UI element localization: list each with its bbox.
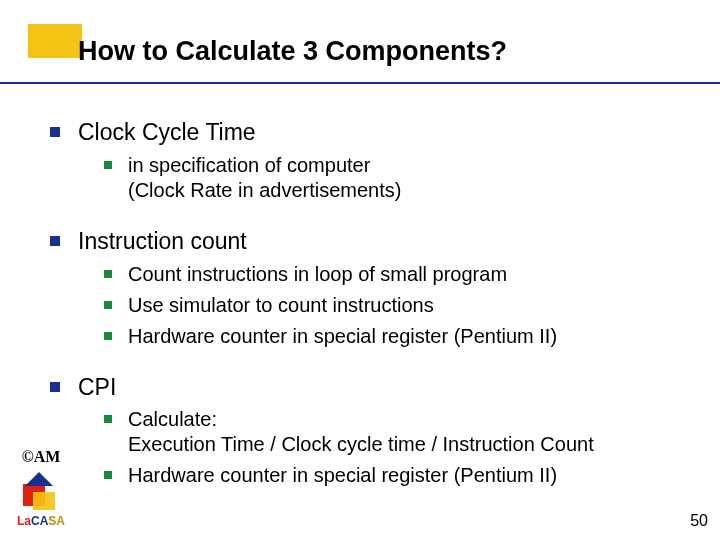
content-area: Clock Cycle Time in specification of com…: [50, 110, 690, 490]
title-rule: [0, 82, 720, 84]
square-bullet-icon: [50, 236, 60, 246]
level2-item: Use simulator to count instructions: [104, 293, 690, 318]
level1-text: Clock Cycle Time: [78, 118, 256, 147]
lab-name-part: CA: [31, 514, 48, 528]
logo-yellow-square: [33, 492, 55, 510]
square-bullet-icon: [104, 332, 112, 340]
level1-item: Instruction count: [50, 227, 690, 256]
level1-text: Instruction count: [78, 227, 247, 256]
spacer: [50, 205, 690, 219]
spacer: [50, 351, 690, 365]
square-bullet-icon: [50, 382, 60, 392]
logo-roof-icon: [25, 472, 53, 486]
level2-item: Calculate:Execution Time / Clock cycle t…: [104, 407, 690, 457]
page-number: 50: [690, 512, 708, 530]
square-bullet-icon: [104, 471, 112, 479]
lab-name: LaCASA: [12, 514, 70, 528]
slide-title: How to Calculate 3 Components?: [78, 36, 507, 67]
square-bullet-icon: [104, 301, 112, 309]
level2-text: Count instructions in loop of small prog…: [128, 262, 507, 287]
title-row: How to Calculate 3 Components?: [78, 36, 507, 67]
level2-text: Use simulator to count instructions: [128, 293, 434, 318]
level2-item: in specification of computer(Clock Rate …: [104, 153, 690, 203]
copyright-label: ©AM: [12, 448, 70, 466]
lab-name-part: SA: [48, 514, 65, 528]
square-bullet-icon: [50, 127, 60, 137]
slide: How to Calculate 3 Components? Clock Cyc…: [0, 0, 720, 540]
level1-text: CPI: [78, 373, 116, 402]
accent-block: [28, 24, 82, 58]
square-bullet-icon: [104, 161, 112, 169]
level2-item: Count instructions in loop of small prog…: [104, 262, 690, 287]
level2-text: in specification of computer(Clock Rate …: [128, 153, 401, 203]
level1-item: CPI: [50, 373, 690, 402]
level1-item: Clock Cycle Time: [50, 118, 690, 147]
level2-text: Hardware counter in special register (Pe…: [128, 324, 557, 349]
lab-name-part: La: [17, 514, 31, 528]
level2-item: Hardware counter in special register (Pe…: [104, 463, 690, 488]
square-bullet-icon: [104, 270, 112, 278]
level2-item: Hardware counter in special register (Pe…: [104, 324, 690, 349]
level2-text: Hardware counter in special register (Pe…: [128, 463, 557, 488]
lab-logo: [21, 470, 61, 512]
square-bullet-icon: [104, 415, 112, 423]
footer-left: ©AM LaCASA: [12, 448, 70, 528]
level2-text: Calculate:Execution Time / Clock cycle t…: [128, 407, 594, 457]
